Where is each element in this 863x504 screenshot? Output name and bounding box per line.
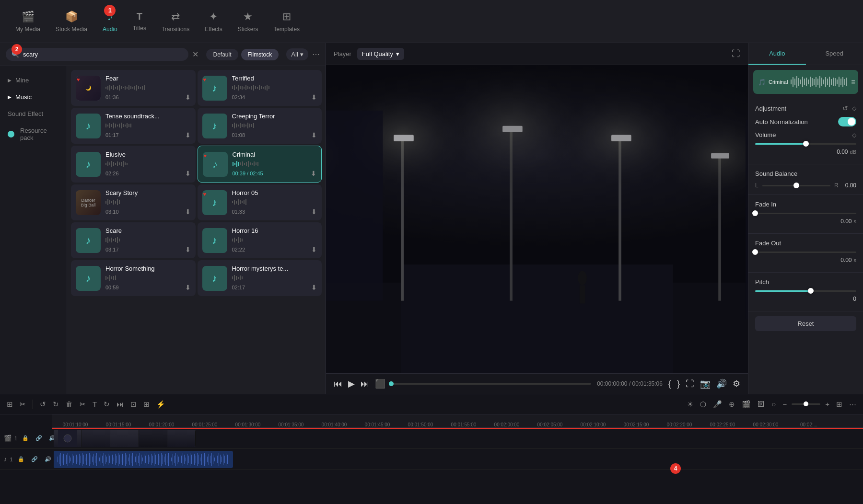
timeline-grid-view[interactable]: ⊞ [834, 398, 844, 411]
scare-download-icon[interactable]: ⬇ [185, 246, 191, 253]
timeline-group[interactable]: ⊞ [141, 398, 152, 411]
scary-story-download-icon[interactable]: ⬇ [185, 208, 191, 216]
audio-card-horror05[interactable]: ♪ ♥ Horror 05 [198, 184, 322, 220]
terrified-download-icon[interactable]: ⬇ [311, 93, 317, 101]
volume-slider-track[interactable] [755, 143, 856, 145]
pitch-slider-track[interactable] [755, 290, 856, 292]
fear-download-icon[interactable]: ⬇ [185, 93, 191, 101]
audio-card-elusive[interactable]: ♪ Elusive [71, 146, 196, 183]
audio-card-scare[interactable]: ♪ Scare 03:17 [71, 222, 196, 258]
adjustment-diamond-icon[interactable]: ◇ [852, 105, 856, 112]
horror-something-download-icon[interactable]: ⬇ [185, 284, 191, 291]
horror05-download-icon[interactable]: ⬇ [311, 208, 317, 216]
timeline-sun-icon[interactable]: ☀ [685, 398, 695, 411]
screenshot-button[interactable]: 📷 [700, 378, 711, 389]
timeline-speed[interactable]: ⚡ [154, 398, 167, 411]
quality-select[interactable]: Full Quality ▾ [357, 48, 404, 60]
fade-out-slider-track[interactable] [755, 252, 856, 253]
timeline-cut-tool[interactable]: ✂ [18, 398, 28, 411]
audio-card-horror-something[interactable]: ♪ Horror Something 00:59 [71, 260, 196, 296]
timeline-more[interactable]: ⋯ [847, 398, 858, 411]
waveform-volume-icon[interactable]: ≡ [851, 78, 855, 86]
toolbar-stock-media[interactable]: 📦 Stock Media [48, 7, 95, 36]
skip-back-button[interactable]: ⏮ [334, 379, 342, 389]
timeline-shield-icon[interactable]: ⬡ [698, 398, 708, 411]
audio-card-horror16[interactable]: ♪ Horror 16 02:22 [198, 222, 322, 258]
out-point-button[interactable]: } [677, 379, 680, 389]
stop-button[interactable]: ⬛ [375, 378, 385, 389]
track2-link-btn[interactable]: 🔗 [29, 454, 40, 464]
fade-out-dot[interactable] [752, 249, 758, 255]
zoom-out-button[interactable]: − [781, 398, 789, 410]
timeline-text[interactable]: T [91, 398, 99, 410]
horror-mystery-download-icon[interactable]: ⬇ [311, 284, 317, 291]
toolbar-effects[interactable]: ✦ Effects [197, 7, 230, 36]
sidebar-item-music[interactable]: ▶ Music [0, 89, 67, 105]
timeline-forward[interactable]: ⏭ [115, 398, 126, 410]
sidebar-item-resource-pack[interactable]: Resource pack [0, 122, 67, 146]
toolbar-stickers[interactable]: ★ Stickers [230, 7, 266, 36]
timeline-mirror[interactable]: ⊡ [128, 398, 139, 411]
timeline-layer-icon[interactable]: ⊕ [727, 398, 737, 411]
audio-card-fear[interactable]: 🌙 ♥ Fear [71, 70, 196, 106]
horror16-download-icon[interactable]: ⬇ [311, 246, 317, 253]
timeline-redo[interactable]: ↻ [51, 398, 61, 411]
sidebar-item-sound-effect[interactable]: Sound Effect [0, 105, 67, 122]
track1-lock-btn[interactable]: 🔒 [20, 433, 31, 443]
timeline-select-tool[interactable]: ⊞ [5, 398, 15, 411]
fullscreen-button[interactable]: ⛶ [732, 49, 740, 59]
toolbar-templates[interactable]: ⊞ Templates [266, 7, 307, 36]
filter-filmstock[interactable]: Filmstock [241, 49, 279, 60]
tab-speed[interactable]: Speed [806, 43, 863, 65]
toolbar-transitions[interactable]: ⇄ Transitions [154, 7, 197, 36]
auto-normalization-toggle[interactable] [838, 117, 856, 126]
filter-default[interactable]: Default [206, 49, 238, 60]
toolbar-audio[interactable]: 1 ♪ Audio [95, 7, 125, 36]
track2-lock-btn[interactable]: 🔒 [16, 454, 26, 464]
adjustment-reset-icon[interactable]: ↺ [842, 104, 848, 112]
criminal-download-icon[interactable]: ⬇ [311, 170, 316, 177]
volume-button[interactable]: 🔊 [716, 378, 727, 389]
tab-audio[interactable]: Audio [748, 43, 806, 65]
fade-in-dot[interactable] [752, 210, 758, 216]
volume-slider-dot[interactable] [803, 141, 809, 147]
zoom-track[interactable] [792, 403, 820, 405]
timeline-video-icon[interactable]: 🎬 [740, 398, 753, 411]
zoom-dot[interactable] [804, 401, 808, 406]
timeline-loop[interactable]: ↻ [102, 398, 112, 411]
audio-clip-blue[interactable] [54, 451, 233, 468]
filter-all-button[interactable]: All ▾ [286, 48, 308, 60]
search-input-wrap[interactable]: 🔍 2 [6, 48, 188, 61]
audio-card-scary-story[interactable]: DancerBig Ball Scary Story [71, 184, 196, 220]
search-clear-button[interactable]: ✕ [192, 50, 198, 59]
sound-balance-dot[interactable] [793, 183, 799, 188]
audio-card-creeping[interactable]: ♪ Creeping Terror [198, 108, 322, 144]
timeline-image-icon[interactable]: 🖼 [756, 398, 767, 410]
progress-bar[interactable] [391, 383, 591, 385]
pitch-dot[interactable] [808, 288, 814, 294]
zoom-in-button[interactable]: + [823, 398, 831, 410]
fade-in-slider-track[interactable] [755, 213, 856, 214]
settings-small-button[interactable]: ⚙ [733, 378, 740, 389]
in-point-button[interactable]: { [668, 379, 671, 389]
timeline-mic-icon[interactable]: 🎤 [711, 398, 724, 411]
audio-card-horror-mystery[interactable]: ♪ Horror mysterys te... 02:17 [198, 260, 322, 296]
creeping-download-icon[interactable]: ⬇ [311, 131, 317, 139]
audio-card-tense[interactable]: ♪ Tense soundtrack... [71, 108, 196, 144]
toolbar-my-media[interactable]: 🎬 My Media [8, 7, 48, 36]
reset-button[interactable]: Reset [755, 316, 856, 331]
sound-balance-slider[interactable] [762, 185, 830, 186]
track1-link-btn[interactable]: 🔗 [34, 433, 44, 443]
play-forward-button[interactable]: ⏭ [361, 379, 369, 389]
audio-card-terrified[interactable]: ♪ ♥ Terrified [198, 70, 322, 106]
timeline-scissor[interactable]: ✂ [78, 398, 88, 411]
more-options-button[interactable]: ⋯ [312, 50, 320, 59]
tense-download-icon[interactable]: ⬇ [185, 131, 191, 139]
timeline-delete[interactable]: 🗑 [64, 398, 75, 410]
timeline-circle-icon[interactable]: ○ [770, 398, 778, 410]
search-input[interactable] [23, 51, 183, 58]
sidebar-item-mine[interactable]: ▶ Mine [0, 72, 67, 89]
audio-card-criminal[interactable]: ♪ ♥ Criminal [198, 146, 322, 183]
elusive-download-icon[interactable]: ⬇ [185, 170, 191, 177]
timeline-undo[interactable]: ↺ [38, 398, 48, 411]
